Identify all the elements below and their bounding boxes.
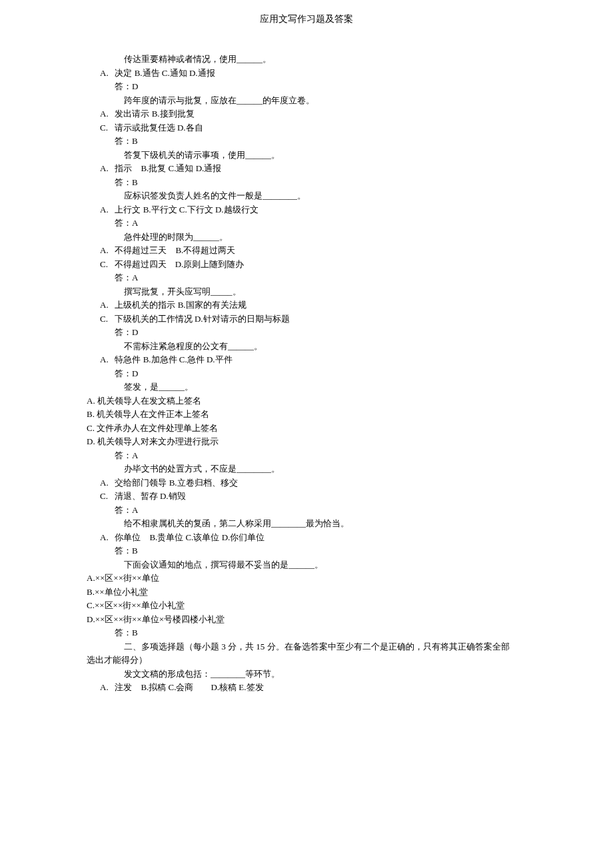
text-line: 答：D [87,80,526,93]
text-line: 跨年度的请示与批复，应放在______的年度立卷。 [87,94,526,107]
text-line: C.××区××街××单位小礼堂 [87,599,526,612]
text-line: 签发，是______。 [87,380,526,394]
text-line: 答：A [87,271,526,284]
text-line: 应标识签发负责人姓名的文件一般是________。 [87,189,526,203]
text-line: 发文文稿的形成包括：________等环节。 [87,667,526,681]
text-line: 答：B [87,176,526,189]
text-line: 答：A [87,504,526,517]
text-line: 传达重要精神或者情况，使用______。 [87,53,526,66]
text-line: 选出才能得分） [87,653,526,667]
document-body: 传达重要精神或者情况，使用______。A. 决定 B.通告 C.通知 D.通报… [0,53,613,694]
text-line: C. 不得超过四天 D.原则上随到随办 [87,258,526,271]
text-line: 办毕文书的处置方式，不应是________。 [87,462,526,476]
text-line: C. 清退、暂存 D.销毁 [87,490,526,503]
text-line: D. 机关领导人对来文办理进行批示 [87,435,526,448]
text-line: B. 机关领导人在文件正本上签名 [87,408,526,421]
text-line: A. 你单位 B.贵单位 C.该单位 D.你们单位 [87,531,526,544]
text-line: 答：D [87,326,526,339]
text-line: A. 上级机关的指示 B.国家的有关法规 [87,298,526,312]
text-line: 给不相隶属机关的复函，第二人称采用________最为恰当。 [87,517,526,530]
text-line: 答：B [87,135,526,148]
text-line: 下面会议通知的地点，撰写得最不妥当的是______。 [87,558,526,572]
text-line: 答：B [87,544,526,558]
text-line: C. 文件承办人在文件处理单上签名 [87,422,526,435]
text-line: 答：A [87,217,526,230]
text-line: B.××单位小礼堂 [87,586,526,599]
text-line: D.××区××街××单位×号楼四楼小礼堂 [87,613,526,626]
text-line: A. 上行文 B.平行文 C.下行文 D.越级行文 [87,203,526,217]
text-line: A. 不得超过三天 B.不得超过两天 [87,244,526,257]
text-line: 答复下级机关的请示事项，使用______。 [87,149,526,162]
text-line: 急件处理的时限为______。 [87,230,526,244]
text-line: 答：B [87,626,526,640]
text-line: 撰写批复，开头应写明_____。 [87,285,526,298]
text-line: 不需标注紧急程度的公文有______。 [87,340,526,353]
page-title: 应用文写作习题及答案 [0,12,613,26]
text-line: 答：D [87,367,526,380]
text-line: A.××区××街××单位 [87,572,526,585]
text-line: A. 注发 B.拟稿 C.会商 D.核稿 E.签发 [87,681,526,694]
text-line: A. 特急件 B.加急件 C.急件 D.平件 [87,353,526,366]
text-line: A. 指示 B.批复 C.通知 D.通报 [87,162,526,175]
text-line: A. 发出请示 B.接到批复 [87,107,526,121]
text-line: 二、多项选择题（每小题 3 分，共 15 分。在备选答案中至少有二个是正确的，只… [87,640,526,653]
text-line: 答：A [87,449,526,462]
text-line: A. 机关领导人在发文稿上签名 [87,394,526,408]
text-line: C. 请示或批复任选 D.各自 [87,121,526,135]
text-line: A. 决定 B.通告 C.通知 D.通报 [87,67,526,80]
text-line: A. 交给部门领导 B.立卷归档、移交 [87,476,526,490]
text-line: C. 下级机关的工作情况 D.针对请示的日期与标题 [87,312,526,326]
